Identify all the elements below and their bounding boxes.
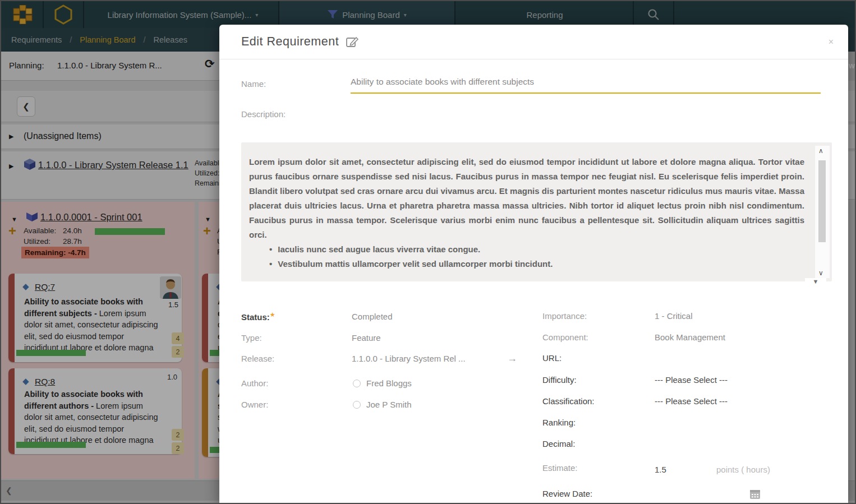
description-bullet: • Iaculis nunc sed augue lacus viverra v… [249, 242, 804, 257]
author-avatar-circle [353, 380, 361, 387]
release-label: Release: [241, 354, 274, 363]
bullet-text: Iaculis nunc sed augue lacus viverra vit… [278, 242, 480, 257]
edit-requirement-modal: Edit Requirement × Name: Ability to asso… [219, 25, 848, 504]
scroll-down-icon[interactable]: ∨ [818, 269, 823, 277]
close-icon[interactable]: × [829, 37, 834, 47]
edit-pencil-icon [346, 35, 359, 49]
classification-label: Classification: [542, 396, 595, 406]
release-value[interactable]: 1.1.0.0 - Library System Rel ... [352, 354, 466, 363]
url-label: URL: [542, 353, 562, 363]
importance-label: Importance: [542, 311, 587, 321]
type-value[interactable]: Feature [352, 333, 381, 343]
description-expand-toggle[interactable]: ▼ [805, 278, 826, 289]
required-star-icon: ★ [270, 311, 275, 318]
ranking-label: Ranking: [542, 418, 576, 427]
bullet-text: Vestibulum mattis ullamcorper velit sed … [278, 257, 553, 271]
author-label: Author: [241, 378, 268, 388]
status-value[interactable]: Completed [352, 312, 393, 321]
scrollbar-thumb[interactable] [818, 160, 826, 242]
description-paragraph: Lorem ipsum dolor sit amet, consectetur … [249, 155, 804, 242]
go-to-release-icon[interactable]: → [507, 353, 517, 364]
scroll-up-icon[interactable]: ∧ [818, 147, 823, 155]
bullet-icon: • [269, 242, 272, 257]
author-value[interactable]: Fred Bloggs [366, 378, 412, 388]
type-label: Type: [241, 333, 262, 343]
status-label-text: Status: [241, 312, 270, 322]
description-editor[interactable]: Lorem ipsum dolor sit amet, consectetur … [241, 142, 832, 281]
description-bullet: • Vestibulum mattis ullamcorper velit se… [249, 257, 804, 271]
estimate-units-label: points ( hours) [716, 465, 770, 474]
chevron-down-icon: ▼ [813, 278, 819, 285]
component-label: Component: [542, 332, 588, 342]
name-label: Name: [241, 79, 266, 89]
review-date-label: Review Date: [542, 489, 592, 498]
description-content: Lorem ipsum dolor sit amet, consectetur … [249, 155, 804, 271]
estimate-label: Estimate: [542, 463, 578, 473]
bullet-icon: • [269, 257, 272, 271]
owner-avatar-circle [353, 401, 361, 409]
description-scrollbar[interactable]: ∧ ∨ [815, 146, 830, 278]
estimate-input[interactable]: 1.5 [655, 465, 666, 474]
classification-select[interactable]: --- Please Select --- [655, 396, 728, 406]
status-label: Status:★ [241, 311, 275, 322]
owner-value[interactable]: Joe P Smith [366, 400, 412, 409]
app-window: Library Information System (Sample)... ▾… [0, 0, 856, 504]
description-label: Description: [241, 109, 286, 119]
difficulty-label: Difficulty: [542, 375, 577, 385]
component-value[interactable]: Book Management [655, 332, 725, 342]
modal-header: Edit Requirement × [219, 25, 848, 59]
name-input[interactable]: Ability to associate books with differen… [351, 77, 821, 94]
difficulty-select[interactable]: --- Please Select --- [655, 375, 728, 385]
decimal-label: Decimal: [542, 439, 575, 448]
modal-title: Edit Requirement [241, 35, 359, 49]
owner-label: Owner: [241, 400, 268, 409]
name-input-value: Ability to associate books with differen… [351, 77, 534, 86]
calendar-icon[interactable] [749, 488, 761, 500]
modal-title-text: Edit Requirement [241, 35, 339, 49]
importance-value[interactable]: 1 - Critical [655, 311, 693, 321]
